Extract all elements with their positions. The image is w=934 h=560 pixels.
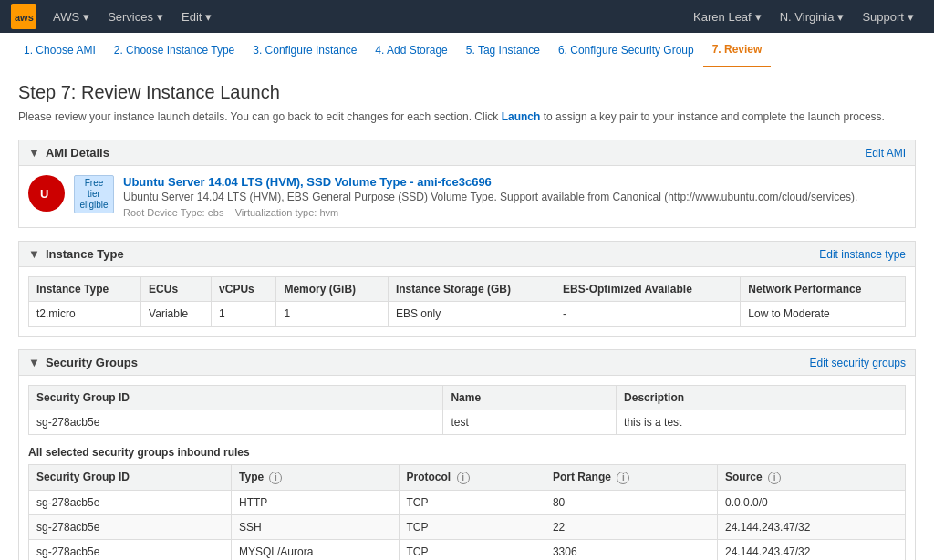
wizard-step-2[interactable]: 2. Choose Instance Type [105,33,244,67]
ami-section-body: U Free tier eligible Ubuntu Server 14.04… [19,166,915,227]
instance-type-title: ▼ Instance Type [28,247,124,261]
col-inbound-protocol: Protocol i [399,465,545,491]
ami-info: Ubuntu Server 14.04 LTS (HVM), SSD Volum… [123,175,857,218]
cell-sg-description: this is a test [617,410,906,435]
col-sg-desc: Description [617,386,906,410]
col-ecus: ECUs [141,277,212,302]
cell-ecus: Variable [141,302,212,327]
security-groups-body: Security Group ID Name Description sg-27… [19,376,915,560]
instance-type-section: ▼ Instance Type Edit instance type Insta… [18,241,916,337]
wizard-step-3[interactable]: 3. Configure Instance [244,33,366,67]
cell-inbound-port: 3306 [545,539,717,560]
svg-text:U: U [40,187,48,201]
cell-sg-id: sg-278acb5e [29,410,443,435]
security-groups-table: Security Group ID Name Description sg-27… [28,385,906,435]
cell-inbound-protocol: TCP [399,539,545,560]
port-info-icon[interactable]: i [617,472,629,484]
col-instance-type: Instance Type [29,277,141,302]
instance-type-header: ▼ Instance Type Edit instance type [19,242,915,267]
inbound-rules-title: All selected security groups inbound rul… [28,446,906,459]
cell-instance-type: t2.micro [29,302,141,327]
cell-inbound-type: SSH [232,514,399,539]
col-inbound-source: Source i [718,465,906,491]
cell-vcpus: 1 [212,302,276,327]
inbound-rule-row: sg-278acb5e HTTP TCP 80 0.0.0.0/0 [29,490,906,514]
nav-aws[interactable]: AWS ▾ [44,0,99,33]
instance-type-collapse-icon[interactable]: ▼ [28,247,40,261]
launch-link[interactable]: Launch [502,110,541,123]
nav-region[interactable]: N. Virginia ▾ [771,0,854,33]
cell-inbound-port: 80 [545,490,717,514]
security-groups-collapse-icon[interactable]: ▼ [28,356,40,369]
aws-logo-box: aws [11,4,36,29]
security-groups-title: ▼ Security Groups [28,356,138,369]
col-sg-name: Name [443,386,617,410]
type-info-icon[interactable]: i [269,472,282,484]
wizard-step-1[interactable]: 1. Choose AMI [15,33,105,67]
page-title: Step 7: Review Instance Launch [18,82,916,103]
ami-section-title: ▼ AMI Details [28,146,109,160]
ami-section-header: ▼ AMI Details Edit AMI [19,140,915,166]
security-group-row: sg-278acb5e test this is a test [29,410,906,435]
ami-free-tier-badge: Free tier eligible [74,175,114,213]
wizard-steps: 1. Choose AMI 2. Choose Instance Type 3.… [0,33,934,67]
cell-inbound-sg-id: sg-278acb5e [29,514,232,539]
page-subtitle: Please review your instance launch detai… [18,109,916,125]
inbound-rules-table: Security Group ID Type i Protocol i [28,464,906,560]
col-sg-id: Security Group ID [29,386,443,410]
cell-memory: 1 [276,302,389,327]
wizard-step-6[interactable]: 6. Configure Security Group [549,33,703,67]
cell-ebs: - [555,302,741,327]
nav-support[interactable]: Support ▾ [853,0,923,33]
inbound-rule-row: sg-278acb5e SSH TCP 22 24.144.243.47/32 [29,514,906,539]
instance-type-row: t2.micro Variable 1 1 EBS only - Low to … [29,302,906,327]
cell-inbound-sg-id: sg-278acb5e [29,490,232,514]
top-nav: aws AWS ▾ Services ▾ Edit ▾ Karen Leaf ▾… [0,0,934,33]
ami-desc: Ubuntu Server 14.04 LTS (HVM), EBS Gener… [123,191,857,203]
instance-type-body: Instance Type ECUs vCPUs Memory (GiB) In… [19,267,915,336]
cell-inbound-source: 24.144.243.47/32 [718,514,906,539]
wizard-step-5[interactable]: 5. Tag Instance [457,33,549,67]
nav-user[interactable]: Karen Leaf ▾ [684,0,771,33]
cell-storage: EBS only [388,302,555,327]
wizard-step-7: 7. Review [703,33,772,67]
nav-edit[interactable]: Edit ▾ [172,0,221,33]
ami-name: Ubuntu Server 14.04 LTS (HVM), SSD Volum… [123,175,857,189]
source-info-icon[interactable]: i [768,472,781,484]
inbound-rule-row: sg-278acb5e MYSQL/Aurora TCP 3306 24.144… [29,539,906,560]
ami-row: U Free tier eligible Ubuntu Server 14.04… [28,175,906,218]
col-network: Network Performance [741,277,906,302]
ami-meta: Root Device Type: ebs Virtualization typ… [123,207,857,218]
col-storage: Instance Storage (GB) [388,277,555,302]
edit-security-groups-link[interactable]: Edit security groups [810,357,906,369]
cell-inbound-protocol: TCP [399,514,545,539]
col-inbound-port: Port Range i [545,465,717,491]
cell-inbound-source: 0.0.0.0/0 [718,490,906,514]
cell-inbound-type: MYSQL/Aurora [232,539,399,560]
cell-inbound-protocol: TCP [399,490,545,514]
col-memory: Memory (GiB) [276,277,389,302]
cell-sg-name: test [443,410,617,435]
svg-text:aws: aws [15,12,34,23]
cell-inbound-source: 24.144.243.47/32 [718,539,906,560]
ami-icon: U [28,175,65,212]
cell-network: Low to Moderate [741,302,906,327]
instance-type-table: Instance Type ECUs vCPUs Memory (GiB) In… [28,276,906,327]
security-groups-header: ▼ Security Groups Edit security groups [19,350,915,376]
nav-services[interactable]: Services ▾ [99,0,172,33]
ami-section: ▼ AMI Details Edit AMI U Free tier eli [18,140,916,228]
edit-instance-type-link[interactable]: Edit instance type [819,248,906,261]
ami-collapse-icon[interactable]: ▼ [28,146,40,160]
wizard-step-4[interactable]: 4. Add Storage [366,33,456,67]
col-inbound-sg-id: Security Group ID [29,465,232,491]
protocol-info-icon[interactable]: i [457,472,470,484]
security-groups-section: ▼ Security Groups Edit security groups S… [18,349,916,560]
col-vcpus: vCPUs [212,277,276,302]
col-inbound-type: Type i [232,465,399,491]
cell-inbound-sg-id: sg-278acb5e [29,539,232,560]
cell-inbound-port: 22 [545,514,717,539]
edit-ami-link[interactable]: Edit AMI [865,147,906,160]
scroll-area: ▼ AMI Details Edit AMI U Free tier eli [18,140,916,560]
main-content: Step 7: Review Instance Launch Please re… [0,67,934,560]
col-ebs: EBS-Optimized Available [555,277,741,302]
